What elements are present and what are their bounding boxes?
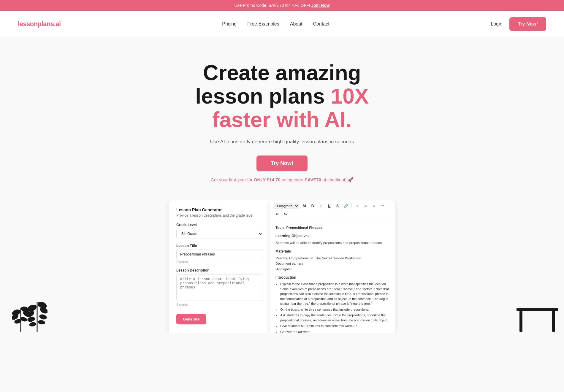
- preview-section: Lesson Plan Generator Provide a lesson d…: [0, 200, 564, 333]
- promo-offer-middle: using code: [281, 177, 305, 182]
- doc-toolbar: Paragraph AI B I U S 🔗 ≡ ≡ ≡ ⋯ ↩ ↪: [270, 200, 395, 220]
- promo-offer-text: Get your first year for ONLY $14.70 usin…: [6, 177, 558, 182]
- grade-level-select[interactable]: 5th Grade Kindergarten 1st Grade 2nd Gra…: [176, 229, 263, 239]
- doc-section-intro-list: Explain to the class that a preposition …: [275, 282, 389, 333]
- logo[interactable]: lessonplans.ai: [18, 20, 61, 28]
- toolbar-indent-button[interactable]: ≡: [371, 203, 377, 209]
- preview-inner: Lesson Plan Generator Provide a lesson d…: [0, 200, 564, 333]
- generator-panel: Lesson Plan Generator Provide a lesson d…: [169, 200, 270, 333]
- lesson-desc-textarea[interactable]: [176, 274, 263, 301]
- login-link[interactable]: Login: [491, 21, 502, 27]
- lesson-title-group: Lesson Title 2 words: [176, 244, 263, 264]
- promo-offer-prefix: Get your first year for: [211, 177, 254, 182]
- grade-level-group: Grade Level 5th Grade Kindergarten 1st G…: [176, 223, 263, 239]
- doc-section-objectives-body: Students will be able to identify prepos…: [275, 240, 389, 245]
- toolbar-link-button[interactable]: 🔗: [343, 203, 349, 209]
- hero-heading: Create amazinglesson plans 10Xfaster wit…: [163, 61, 401, 132]
- hero-section: Create amazinglesson plans 10Xfaster wit…: [0, 37, 564, 200]
- doc-section-materials-title: Materials: [275, 249, 389, 254]
- toolbar-italic-button[interactable]: I: [318, 203, 324, 209]
- lesson-desc-group: Lesson Description 9 words: [176, 268, 263, 306]
- header: lessonplans.ai Pricing Free Examples Abo…: [0, 11, 564, 37]
- logo-accent: .ai: [54, 20, 61, 28]
- plant-svg-left: [12, 284, 47, 332]
- svg-point-14: [29, 322, 37, 327]
- hero-line3: faster with AI.: [212, 108, 351, 131]
- lesson-title-input[interactable]: [176, 250, 263, 259]
- grade-level-label: Grade Level: [176, 223, 263, 227]
- lesson-desc-label: Lesson Description: [176, 268, 263, 272]
- svg-rect-17: [519, 311, 522, 332]
- svg-rect-18: [552, 311, 555, 332]
- hero-accent: 10X: [331, 84, 369, 108]
- promo-banner: Use Promo Code: SAVE70 for 70% OFF! Join…: [0, 0, 564, 11]
- generate-button[interactable]: Generate: [176, 314, 206, 324]
- header-right: Login Try Now!: [491, 17, 546, 31]
- doc-section-objectives-title: Learning Objectives: [275, 233, 389, 239]
- header-try-now-button[interactable]: Try Now!: [509, 17, 546, 31]
- toolbar-strike-button[interactable]: S: [334, 203, 341, 209]
- main-nav: Pricing Free Examples About Contact: [222, 21, 329, 27]
- toolbar-ol-button[interactable]: ≡: [362, 203, 369, 209]
- doc-content: Topic: Prepositional Phrases Learning Ob…: [270, 220, 395, 333]
- lesson-title-wordcount: 2 words: [176, 260, 263, 264]
- svg-point-13: [39, 313, 47, 320]
- toolbar-ul-button[interactable]: ≡: [354, 203, 361, 209]
- nav-contact[interactable]: Contact: [313, 21, 329, 27]
- hero-try-now-button[interactable]: Try Now!: [256, 155, 308, 171]
- desk-svg-right: [517, 302, 558, 332]
- nav-pricing[interactable]: Pricing: [222, 21, 237, 27]
- generator-subtitle: Provide a lesson description, and the gr…: [176, 213, 263, 218]
- promo-price: ONLY $14.70: [254, 177, 281, 182]
- toolbar-undo-button[interactable]: ↩: [274, 211, 280, 218]
- list-item: Explain to the class that a preposition …: [280, 282, 389, 306]
- generator-title: Lesson Plan Generator: [176, 207, 263, 212]
- promo-text: Use Promo Code: SAVE70 for 70% OFF!: [234, 3, 310, 8]
- decorative-plants-left: [12, 284, 47, 333]
- toolbar-paragraph-select[interactable]: Paragraph: [274, 203, 299, 209]
- toolbar-redo-button[interactable]: ↪: [282, 211, 289, 218]
- hero-subtitle: Use AI to instantly generate high-qualit…: [208, 139, 356, 145]
- doc-section-intro-title: Introduction: [275, 275, 389, 280]
- toolbar-bold-button[interactable]: B: [309, 203, 316, 209]
- svg-point-12: [27, 316, 35, 322]
- logo-text: lessonplans: [18, 20, 54, 28]
- svg-rect-16: [517, 308, 558, 311]
- decorative-desk-right: [517, 302, 558, 333]
- doc-topic-text: Topic: Prepositional Phrases: [275, 226, 322, 229]
- list-item: On the board, write three sentences that…: [280, 307, 389, 312]
- toolbar-ai-button[interactable]: AI: [301, 203, 308, 209]
- toolbar-underline-button[interactable]: U: [326, 203, 332, 209]
- list-item: Ask students to copy the sentences, circ…: [280, 313, 389, 323]
- promo-code: SAVE70: [305, 177, 321, 182]
- lesson-title-label: Lesson Title: [176, 244, 263, 248]
- toolbar-divider-2: [388, 203, 388, 209]
- list-item: Go over the answers.: [280, 329, 389, 333]
- promo-offer-suffix: at checkout! 🚀: [321, 177, 353, 182]
- svg-point-15: [38, 320, 45, 325]
- nav-free-examples[interactable]: Free Examples: [247, 21, 279, 27]
- toolbar-divider-1: [351, 203, 352, 209]
- promo-link[interactable]: Join Now: [311, 3, 329, 8]
- list-item: Give students 5-10 minutes to complete t…: [280, 323, 389, 328]
- document-panel: Paragraph AI B I U S 🔗 ≡ ≡ ≡ ⋯ ↩ ↪ Topic…: [270, 200, 395, 333]
- nav-about[interactable]: About: [290, 21, 302, 27]
- doc-section-materials-body: Reading Comprehension: The Secret Garden…: [275, 255, 389, 272]
- toolbar-more-button[interactable]: ⋯: [379, 203, 386, 209]
- hero-cta: Try Now!: [6, 155, 558, 171]
- lesson-desc-wordcount: 9 words: [176, 303, 263, 306]
- doc-topic: Topic: Prepositional Phrases: [275, 225, 389, 230]
